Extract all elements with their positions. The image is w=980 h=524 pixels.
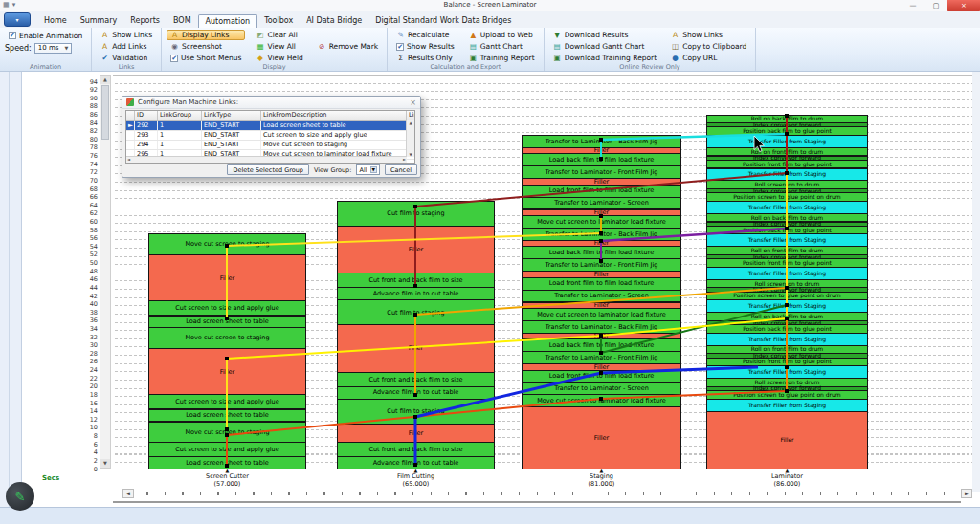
- task-segment[interactable]: Transfer Filler from Staging: [706, 201, 868, 214]
- task-segment[interactable]: Move cut screen to staging: [148, 422, 306, 444]
- task-segment[interactable]: Advance film in to cut table: [337, 287, 495, 300]
- task-segment[interactable]: Transfer to Laminator - Screen: [522, 382, 681, 396]
- link-row[interactable]: ►2921END_STARTLoad screen sheet to table…: [126, 121, 414, 131]
- tab-summary[interactable]: Summary: [74, 14, 124, 28]
- link-row[interactable]: 2931END_STARTCut screen to size and appl…: [126, 131, 414, 141]
- task-segment[interactable]: Transfer Filler from Staging: [706, 299, 868, 313]
- checkbox-use-short-menus[interactable]: ✔Use Short Menus: [167, 53, 245, 63]
- task-segment[interactable]: Cut front and back film to size: [337, 372, 495, 387]
- task-segment[interactable]: Cut front and back film to size: [337, 273, 495, 288]
- button-download-results[interactable]: ▼Download Results: [549, 30, 661, 40]
- column-header-id[interactable]: ID: [135, 111, 158, 120]
- task-segment[interactable]: Move cut screen to staging: [148, 327, 306, 349]
- button-validation[interactable]: ✔Validation: [97, 53, 156, 63]
- task-segment[interactable]: Load screen sheet to table: [148, 409, 306, 423]
- dialog-title-bar[interactable]: Configure Man Machine Links: ×: [122, 97, 420, 109]
- button-screenshot[interactable]: ◉Screenshot: [167, 41, 245, 52]
- task-segment[interactable]: Advance film in to cut table: [337, 386, 495, 400]
- task-segment[interactable]: Filler: [337, 324, 495, 373]
- task-segment[interactable]: Move cut screen to laminator load fixtur…: [522, 394, 681, 407]
- task-segment[interactable]: Cut film to staging: [337, 299, 495, 325]
- task-segment[interactable]: Transfer Filler from Staging: [706, 333, 868, 346]
- task-segment[interactable]: Transfer Filler from Staging: [706, 233, 868, 247]
- task-segment[interactable]: Load front film to film load fixture: [522, 185, 681, 198]
- task-segment[interactable]: Move cut screen to laminator load fixtur…: [522, 215, 681, 229]
- row-marker-header[interactable]: [126, 111, 135, 120]
- task-segment[interactable]: Cut film to staging: [337, 201, 495, 227]
- cancel-button[interactable]: Cancel: [385, 164, 417, 175]
- task-segment[interactable]: Transfer Filler from Staging: [706, 168, 868, 182]
- button-download-training-report[interactable]: ▣Download Training Report: [549, 53, 661, 63]
- button-show-links[interactable]: AShow Links: [667, 30, 750, 40]
- task-segment[interactable]: Load screen sheet to table: [148, 316, 306, 329]
- task-segment[interactable]: Transfer Filler from Staging: [706, 135, 868, 148]
- task-segment[interactable]: Move cut screen to staging: [148, 233, 306, 255]
- button-upload-to-web[interactable]: ▲Upload to Web: [465, 30, 539, 40]
- task-segment[interactable]: Filler: [148, 254, 306, 302]
- task-segment[interactable]: Load back film to film load fixture: [522, 153, 681, 166]
- task-segment[interactable]: Filler: [337, 424, 495, 443]
- checkbox-show-results[interactable]: ✔Show Results: [392, 41, 458, 52]
- task-segment[interactable]: Transfer Filler from Staging: [706, 365, 868, 379]
- tab-home[interactable]: Home: [37, 14, 74, 28]
- button-remove-mark[interactable]: ⊘Remove Mark: [314, 40, 382, 52]
- column-header-linktype[interactable]: LinkType: [202, 111, 261, 120]
- task-segment[interactable]: Cut film to staging: [337, 399, 495, 425]
- column-header-linkgroup[interactable]: LinkGroup: [158, 111, 202, 120]
- column-header-linkfromdescription[interactable]: LinkFromDescription: [261, 111, 407, 120]
- link-row[interactable]: 2941END_STARTMove cut screen to stagingM…: [126, 141, 414, 150]
- delete-selected-group-button[interactable]: Delete Selected Group: [227, 164, 308, 175]
- button-copy-to-clipboard[interactable]: ◫Copy to Clipboard: [667, 41, 750, 52]
- task-segment[interactable]: Filler: [522, 406, 681, 469]
- task-segment[interactable]: Transfer Filler from Staging: [706, 399, 868, 412]
- task-segment[interactable]: Cut screen to size and apply glue: [148, 394, 306, 409]
- button-results-only[interactable]: ΣResults Only: [392, 53, 458, 63]
- checkbox-enable-animation[interactable]: ✔Enable Animation: [5, 30, 86, 41]
- tab-automation[interactable]: Automation: [198, 14, 258, 29]
- scroll-left-arrow-icon[interactable]: ◄: [122, 489, 134, 498]
- button-download-gantt-chart[interactable]: ▤Download Gantt Chart: [549, 41, 661, 52]
- scroll-down-arrow-icon[interactable]: ▼: [100, 459, 110, 468]
- annotate-pencil-button[interactable]: ✎: [6, 482, 34, 511]
- button-clear-all[interactable]: ◩Clear All: [252, 30, 306, 40]
- task-segment[interactable]: Load front film to film load fixture: [522, 277, 681, 291]
- button-recalculate[interactable]: ✎Recalculate: [392, 30, 458, 40]
- button-add-links[interactable]: AAdd Links: [97, 41, 156, 52]
- scroll-right-arrow-icon[interactable]: ►: [961, 489, 972, 498]
- task-segment[interactable]: Filler: [706, 411, 868, 469]
- tab-digital-standard-work-data-bridges[interactable]: Digital Standard Work Data Bridges: [368, 14, 518, 28]
- grid-vertical-scrollbar[interactable]: ▲▼: [406, 120, 414, 157]
- scroll-up-arrow-icon[interactable]: ▲: [100, 76, 110, 84]
- task-segment[interactable]: Load front film to film load fixture: [522, 370, 681, 383]
- button-gantt-chart[interactable]: ▤Gantt Chart: [465, 41, 539, 52]
- task-segment[interactable]: Filler: [337, 226, 495, 274]
- chart-vertical-scrollbar[interactable]: ▲ ▼: [100, 75, 111, 469]
- task-segment[interactable]: Transfer Filler from Staging: [706, 267, 868, 280]
- tab-ai-data-bridge[interactable]: AI Data Bridge: [300, 14, 368, 28]
- button-view-held[interactable]: ◆View Held: [252, 53, 306, 63]
- task-segment[interactable]: Cut front and back film to size: [337, 442, 495, 457]
- app-menu-button[interactable]: ▾: [4, 12, 31, 27]
- button-copy-url[interactable]: ●Copy URL: [667, 53, 750, 63]
- minimize-button[interactable]: —: [902, 0, 924, 11]
- task-segment[interactable]: Filler: [148, 348, 306, 396]
- speed-dropdown[interactable]: 10 ms▼: [34, 43, 72, 54]
- tab-toolbox[interactable]: Toolbox: [257, 14, 300, 28]
- button-display-links[interactable]: ADisplay Links: [167, 30, 245, 40]
- button-training-report[interactable]: ▣Training Report: [465, 53, 539, 63]
- grid-horizontal-scrollbar[interactable]: ◄►: [126, 156, 407, 163]
- tab-reports[interactable]: Reports: [123, 14, 167, 28]
- close-button[interactable]: ×: [947, 0, 980, 11]
- button-view-all[interactable]: ▦View All: [252, 41, 306, 52]
- task-segment[interactable]: Load back film to film load fixture: [522, 338, 681, 352]
- button-show-links[interactable]: AShow Links: [97, 30, 156, 40]
- column-header-linktodescription[interactable]: LinkToDescription: [407, 111, 415, 120]
- dialog-close-icon[interactable]: ×: [410, 98, 416, 107]
- task-segment[interactable]: Cut screen to size and apply glue: [148, 300, 306, 316]
- chart-horizontal-scrollbar[interactable]: [113, 501, 961, 503]
- task-segment[interactable]: Move cut screen to laminator load fixtur…: [522, 308, 681, 321]
- task-segment[interactable]: Load back film to film load fixture: [522, 246, 681, 259]
- view-group-dropdown[interactable]: All▼: [356, 164, 380, 175]
- task-segment[interactable]: Cut screen to size and apply glue: [148, 442, 306, 457]
- tab-bom[interactable]: BOM: [167, 14, 198, 28]
